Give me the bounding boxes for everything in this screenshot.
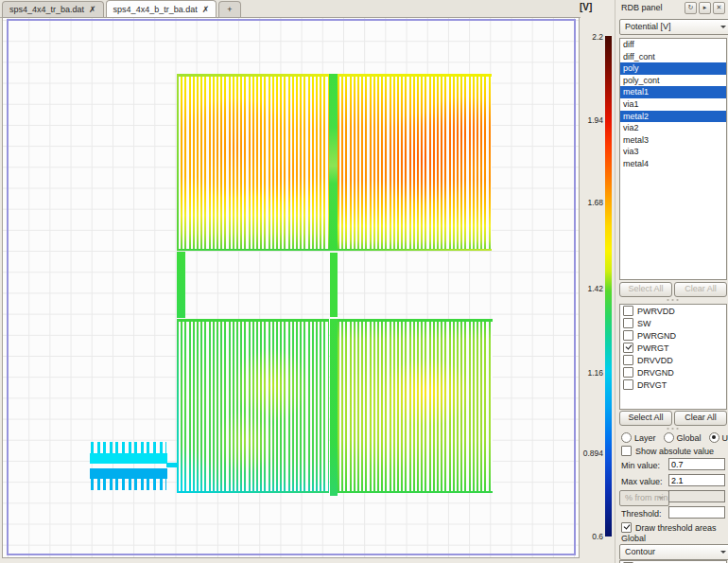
net-select-all-button[interactable]: Select All (619, 411, 672, 426)
gate-comb-teeth-top (91, 442, 166, 453)
layer-item-diff-cont[interactable]: diff_cont (620, 51, 726, 63)
net-label: PWRGT (637, 343, 669, 353)
layer-item-poly[interactable]: poly (620, 62, 726, 75)
layer-item-via3[interactable]: via3 (620, 146, 726, 158)
radio-layer-icon[interactable] (621, 432, 632, 443)
tab-label: sps4_4x4_b_tr_ba.dat (113, 5, 198, 14)
radio-user-label: User (722, 433, 728, 443)
refresh-icon[interactable]: ↻ (685, 2, 697, 14)
checkbox-checked-icon[interactable] (623, 343, 633, 353)
min-value-label: Min value: (621, 461, 660, 470)
net-item-pwrvdd[interactable]: PWRVDD (620, 305, 726, 317)
layer-select-all-button: Select All (619, 282, 672, 297)
left-bus-link (177, 252, 185, 318)
layer-item-metal4[interactable]: metal4 (620, 158, 726, 170)
heatmap-block-bottom-right (338, 319, 493, 493)
block-bottom-rail (177, 491, 329, 493)
net-list: PWRVDD SW PWRGND PWRGT DRVVDD DRVGND (619, 304, 727, 410)
splitter-handle[interactable] (666, 299, 679, 301)
splitter-handle[interactable] (666, 428, 679, 430)
finger-stripes (338, 74, 492, 251)
colorbar-tick: 2.2 (571, 32, 603, 42)
tab-sps4-4x4-tr-ba[interactable]: sps4_4x4_tr_ba.dat ✗ (2, 1, 104, 17)
block-top-rail (338, 319, 493, 322)
percent-from-min-input (668, 490, 725, 502)
center-bus-bottom (330, 319, 338, 496)
net-label: DRVGT (637, 380, 667, 390)
layer-item-metal3[interactable]: metal3 (620, 134, 726, 147)
layer-item-via2[interactable]: via2 (620, 122, 726, 134)
tab-sps4-4x4-b-tr-ba[interactable]: sps4_4x4_b_tr_ba.dat ✗ (106, 0, 217, 17)
radio-global-icon[interactable] (664, 432, 674, 443)
layer-item-via1[interactable]: via1 (620, 98, 726, 111)
net-item-pwrgt[interactable]: PWRGT (620, 342, 726, 354)
net-item-drvgt[interactable]: DRVGT (620, 378, 726, 391)
block-bottom-rail (338, 249, 492, 251)
layer-item-metal1[interactable]: metal1 (620, 86, 726, 98)
range-mode-group: Layer Global User (621, 432, 728, 443)
net-label: PWRGND (637, 331, 676, 341)
gate-comb-stub (166, 463, 178, 467)
center-bus-top (329, 74, 338, 251)
block-top-rail (177, 319, 329, 322)
finger-stripes (338, 319, 493, 493)
close-icon[interactable]: ✕ (713, 2, 725, 14)
checkbox-icon[interactable] (623, 367, 633, 378)
layer-clear-all-button: Clear All (674, 282, 727, 297)
max-value-input[interactable] (668, 474, 725, 486)
checkbox-icon[interactable] (623, 306, 633, 316)
net-item-drvgnd[interactable]: DRVGND (620, 366, 726, 378)
display-mode-value: Potential [V] (625, 22, 671, 31)
block-bottom-rail (177, 249, 329, 251)
gate-comb-bar-bottom (90, 468, 167, 479)
detach-icon[interactable]: ▸ (699, 2, 711, 14)
threshold-input[interactable] (668, 506, 725, 519)
global-section-label: Global (621, 534, 646, 543)
contour-mode-value: Contour (625, 547, 655, 556)
colorbar-tick: 1.94 (571, 115, 603, 125)
checkbox-checked-icon[interactable] (621, 522, 632, 533)
net-item-sw[interactable]: SW (620, 317, 726, 329)
colorbar-gutter: [V] 2.2 1.94 1.68 1.42 1.16 0.894 0.6 (580, 0, 615, 563)
colorbar-tick: 1.16 (571, 368, 603, 378)
finger-stripes (177, 74, 329, 251)
layer-item-diff[interactable]: diff (620, 39, 726, 51)
layer-item-poly-cont[interactable]: poly_cont (620, 75, 726, 87)
show-absolute-option[interactable]: Show absolute value (621, 446, 714, 456)
block-bottom-rail (338, 491, 493, 493)
radio-user-icon[interactable] (709, 432, 719, 443)
finger-stripes (177, 319, 329, 493)
contour-mode-select[interactable]: Contour (619, 544, 728, 560)
gate-comb-teeth-bottom (91, 479, 166, 490)
checkbox-icon[interactable] (623, 355, 633, 365)
new-tab-button[interactable]: + (218, 1, 240, 17)
application-window: sps4_4x4_tr_ba.dat ✗ sps4_4x4_b_tr_ba.da… (0, 0, 728, 563)
colorbar-tick: 0.894 (571, 449, 603, 458)
net-item-pwrgnd[interactable]: PWRGND (620, 329, 726, 342)
colorbar-unit-label: [V] (580, 2, 600, 12)
block-top-rail (177, 74, 329, 77)
percent-from-min-select: % from min (619, 490, 669, 506)
net-item-drvvdd[interactable]: DRVVDD (620, 354, 726, 366)
rdb-panel: RDB panel ↻ ▸ ✕ Potential [V] diff diff_… (615, 0, 728, 563)
block-top-rail (338, 74, 492, 77)
gate-comb-bar-top (90, 453, 167, 464)
layout-viewport[interactable] (2, 17, 580, 558)
draw-threshold-option[interactable]: Draw threshold areas (621, 522, 717, 533)
checkbox-icon[interactable] (621, 446, 632, 456)
heatmap-block-top-right (338, 74, 492, 251)
checkbox-icon[interactable] (623, 379, 633, 390)
show-absolute-label: Show absolute value (635, 447, 714, 456)
checkbox-icon[interactable] (623, 330, 633, 341)
checkbox-icon[interactable] (623, 318, 633, 328)
radio-layer-label: Layer (634, 433, 656, 443)
tab-close-icon[interactable]: ✗ (89, 5, 96, 14)
tab-bar: sps4_4x4_tr_ba.dat ✗ sps4_4x4_b_tr_ba.da… (0, 0, 581, 18)
net-clear-all-button[interactable]: Clear All (674, 411, 727, 426)
min-value-input[interactable] (668, 458, 725, 470)
display-mode-select[interactable]: Potential [V] (619, 19, 728, 35)
block-left-rail (177, 74, 179, 251)
heatmap-block-bottom-left (177, 319, 329, 493)
layer-item-metal2[interactable]: metal2 (620, 111, 726, 123)
tab-close-icon[interactable]: ✗ (202, 5, 210, 14)
